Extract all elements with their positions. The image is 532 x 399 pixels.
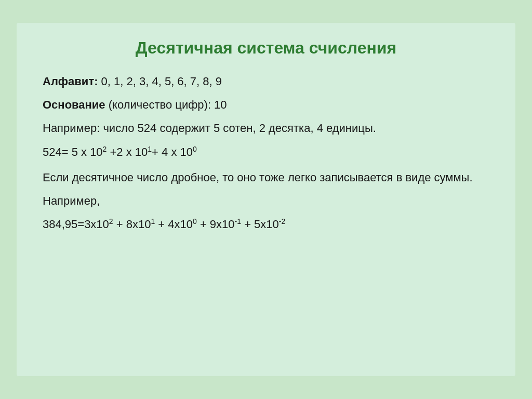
f2-e3: 0 — [193, 217, 197, 225]
conditional-content: Если десятичное число дробное, то оно то… — [43, 171, 473, 184]
slide-title: Десятичная система счисления — [43, 38, 489, 58]
base-value: (количество цифр): 10 — [105, 98, 227, 111]
f2-e5: -2 — [279, 217, 285, 225]
formula1-end: + 4 х 10 — [152, 145, 193, 158]
f2-e1: 2 — [109, 217, 113, 225]
base-line: Основание (количество цифр): 10 — [43, 96, 489, 114]
f2-p1: + 8х10 — [113, 218, 151, 231]
formula2-line: 384,95=3х102 + 8х101 + 4х100 + 9х10-1 + … — [43, 215, 489, 233]
example1-content: Например: число 524 содержит 5 сотен, 2 … — [43, 122, 376, 135]
formula1-mid: +2 х 10 — [107, 145, 148, 158]
example1-text: Например: число 524 содержит 5 сотен, 2 … — [43, 119, 489, 137]
alphabet-label: Алфавит: — [43, 75, 98, 88]
f2-base: 384,95=3х10 — [43, 218, 109, 231]
formula1-base: 524= 5 х 10 — [43, 145, 103, 158]
formula1-exp2: 1 — [148, 144, 152, 153]
f2-p4: + 5х10 — [241, 218, 279, 231]
f2-p2: + 4х10 — [155, 218, 193, 231]
formula1-line: 524= 5 х 102 +2 х 101+ 4 х 100 — [43, 143, 489, 161]
f2-e4: -1 — [235, 217, 241, 225]
example2-label: Например, — [43, 192, 489, 210]
alphabet-value: 0, 1, 2, 3, 4, 5, 6, 7, 8, 9 — [98, 75, 222, 88]
alphabet-line: Алфавит: 0, 1, 2, 3, 4, 5, 6, 7, 8, 9 — [43, 72, 489, 90]
conditional-text: Если десятичное число дробное, то оно то… — [43, 168, 489, 187]
slide-container: Десятичная система счисления Алфавит: 0,… — [17, 23, 515, 376]
content-area: Алфавит: 0, 1, 2, 3, 4, 5, 6, 7, 8, 9 Ос… — [43, 72, 489, 233]
formula1-exp3: 0 — [193, 144, 197, 153]
f2-p3: + 9х10 — [197, 218, 235, 231]
example2-content: Например, — [43, 194, 100, 207]
base-label: Основание — [43, 98, 105, 111]
